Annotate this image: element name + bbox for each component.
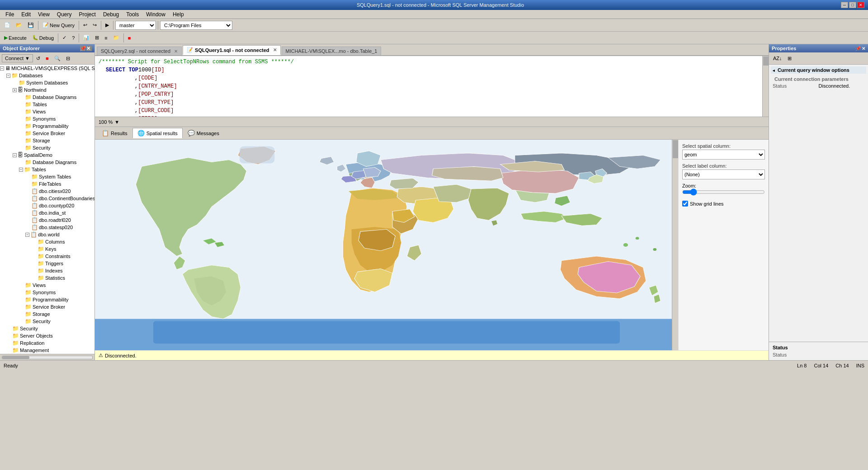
- redo-btn[interactable]: ↪: [90, 20, 99, 30]
- run-btn[interactable]: ▶: [103, 20, 111, 30]
- save-btn[interactable]: 💾: [25, 20, 36, 30]
- menu-view[interactable]: View: [34, 10, 53, 19]
- tree-node-1[interactable]: −📁Databases: [0, 72, 94, 79]
- tree-node-6[interactable]: 📁Views: [0, 108, 94, 115]
- expand-icon-12[interactable]: −: [13, 153, 17, 157]
- tab-table1[interactable]: MICHAEL-VM\SQLEX...mo - dbo.Table_1: [282, 47, 382, 55]
- prop-close-btn[interactable]: ✕: [862, 46, 865, 51]
- tree-node-26[interactable]: 📁Constraints: [0, 253, 94, 260]
- expand-icon-1[interactable]: −: [6, 74, 10, 78]
- tree-node-32[interactable]: 📁Programmability: [0, 296, 94, 303]
- tree-node-15[interactable]: 📁System Tables: [0, 173, 94, 180]
- tree-node-7[interactable]: 📁Synonyms: [0, 115, 94, 122]
- query-editor[interactable]: /******* Script for SelectTopNRows comma…: [95, 56, 769, 117]
- tree-node-10[interactable]: 📁Storage: [0, 137, 94, 144]
- expand-icon-14[interactable]: −: [19, 168, 23, 172]
- label-column-dropdown[interactable]: (None): [682, 169, 765, 179]
- zoom-dropdown-icon[interactable]: ▼: [114, 119, 119, 125]
- tree-node-35[interactable]: 📁Security: [0, 318, 94, 325]
- menu-edit[interactable]: Edit: [18, 10, 34, 19]
- query-scroll-thumb[interactable]: [763, 56, 769, 66]
- stop-btn[interactable]: ■: [126, 33, 133, 43]
- tab-spatial-results[interactable]: 🌐 Spatial results: [132, 128, 183, 138]
- new-query-btn[interactable]: 📝 New Query: [40, 20, 77, 30]
- tree-node-30[interactable]: 📁Views: [0, 282, 94, 289]
- tree-node-8[interactable]: 📁Programmability: [0, 122, 94, 130]
- menu-tools[interactable]: Tools: [123, 10, 142, 19]
- tree-node-20[interactable]: 📋dbo.india_st: [0, 209, 94, 216]
- query-scrollbar[interactable]: [762, 56, 769, 117]
- open-btn[interactable]: 📂: [14, 20, 24, 30]
- menu-query[interactable]: Query: [53, 10, 75, 19]
- menu-debug[interactable]: Debug: [99, 10, 123, 19]
- tree-node-9[interactable]: 📁Service Broker: [0, 130, 94, 137]
- tree-node-0[interactable]: −🖥MICHAEL-VM\SQLEXPRESS (SQL Server 1: [0, 65, 94, 72]
- text-btn[interactable]: ≡: [102, 33, 109, 43]
- tree-node-16[interactable]: 📁FileTables: [0, 180, 94, 188]
- execute-btn[interactable]: ▶ Execute: [2, 33, 29, 43]
- tree-node-13[interactable]: 📁Database Diagrams: [0, 159, 94, 166]
- expand-icon-3[interactable]: +: [13, 88, 17, 92]
- prop-az-btn[interactable]: AZ↓: [771, 53, 784, 63]
- tree-node-25[interactable]: 📁Keys: [0, 245, 94, 253]
- oe-pin-btn[interactable]: 📌: [80, 46, 85, 51]
- zoom-slider[interactable]: [682, 188, 765, 196]
- tree-node-33[interactable]: 📁Service Broker: [0, 303, 94, 310]
- tree-node-38[interactable]: 📁Replication: [0, 339, 94, 347]
- menu-window[interactable]: Window: [142, 10, 169, 19]
- spatial-column-dropdown[interactable]: geom: [682, 150, 765, 160]
- tab-close-active-btn[interactable]: ✕: [273, 47, 277, 52]
- file-output-btn[interactable]: 📁: [111, 33, 122, 43]
- database-dropdown[interactable]: master: [115, 21, 156, 30]
- tree-node-11[interactable]: 📁Security: [0, 144, 94, 151]
- tree-node-14[interactable]: −📁Tables: [0, 166, 94, 173]
- tree-node-17[interactable]: 📋dbo.citiesx020: [0, 188, 94, 195]
- tree-node-37[interactable]: 📁Server Objects: [0, 332, 94, 339]
- tree-node-19[interactable]: 📋dbo.countyp020: [0, 202, 94, 209]
- oe-close-btn[interactable]: ✕: [86, 46, 92, 51]
- stop-oe-btn[interactable]: ■: [43, 53, 51, 63]
- tab-results[interactable]: 📋 Results: [97, 128, 132, 138]
- maximize-button[interactable]: □: [849, 2, 856, 8]
- close-button[interactable]: ✕: [857, 2, 864, 8]
- tree-node-22[interactable]: 📋dbo.statesp020: [0, 224, 94, 231]
- tree-node-27[interactable]: 📁Triggers: [0, 260, 94, 267]
- tree-node-29[interactable]: 📁Statistics: [0, 274, 94, 282]
- oe-scrollbar[interactable]: [2, 356, 93, 359]
- tree-node-39[interactable]: 📁Management: [0, 347, 94, 354]
- results-btn[interactable]: 📊: [81, 33, 92, 43]
- menu-file[interactable]: File: [2, 10, 18, 19]
- tree-node-28[interactable]: 📁Indexes: [0, 267, 94, 274]
- tree-node-2[interactable]: 📁System Databases: [0, 79, 94, 86]
- refresh-btn[interactable]: ↺: [34, 53, 42, 63]
- map-scroll-thumb-v[interactable]: [673, 140, 678, 158]
- path-dropdown[interactable]: C:\Program Files: [160, 21, 232, 30]
- menu-help[interactable]: Help: [169, 10, 188, 19]
- expand-icon-0[interactable]: −: [0, 66, 4, 70]
- collapse-btn[interactable]: ⊟: [64, 53, 72, 63]
- tree-node-31[interactable]: 📁Synonyms: [0, 289, 94, 296]
- connect-button[interactable]: Connect ▼: [2, 54, 33, 62]
- tree-node-21[interactable]: 📋dbo.roadtrl020: [0, 216, 94, 224]
- tab-close-btn[interactable]: ✕: [174, 49, 178, 54]
- oe-scroll-thumb[interactable]: [2, 356, 29, 359]
- prop-cat-btn[interactable]: ⊞: [785, 53, 794, 63]
- tree-node-18[interactable]: 📋dbo.ContinentBoundaries: [0, 195, 94, 202]
- minimize-button[interactable]: ─: [841, 2, 848, 8]
- map-scrollbar-v[interactable]: [672, 140, 678, 350]
- tree-node-12[interactable]: −🗄SpatialDemo: [0, 151, 94, 159]
- undo-btn[interactable]: ↩: [81, 20, 90, 30]
- tree-node-36[interactable]: 📁Security: [0, 325, 94, 332]
- tab-sqlquery2[interactable]: SQLQuery2.sql - not connected ✕: [97, 47, 182, 55]
- tree-node-4[interactable]: 📁Database Diagrams: [0, 94, 94, 101]
- menu-project[interactable]: Project: [75, 10, 99, 19]
- debug-btn[interactable]: 🐛 Debug: [30, 33, 56, 43]
- grid-btn[interactable]: ⊞: [93, 33, 101, 43]
- tree-node-24[interactable]: 📁Columns: [0, 238, 94, 245]
- show-grid-lines-checkbox[interactable]: [682, 201, 688, 207]
- filter-btn[interactable]: 🔍: [52, 53, 63, 63]
- prop-pin-btn[interactable]: 📌: [855, 46, 861, 51]
- parse-btn[interactable]: ?: [70, 33, 77, 43]
- expand-icon-23[interactable]: −: [25, 233, 29, 237]
- tree-node-3[interactable]: +🗄Northwind: [0, 86, 94, 94]
